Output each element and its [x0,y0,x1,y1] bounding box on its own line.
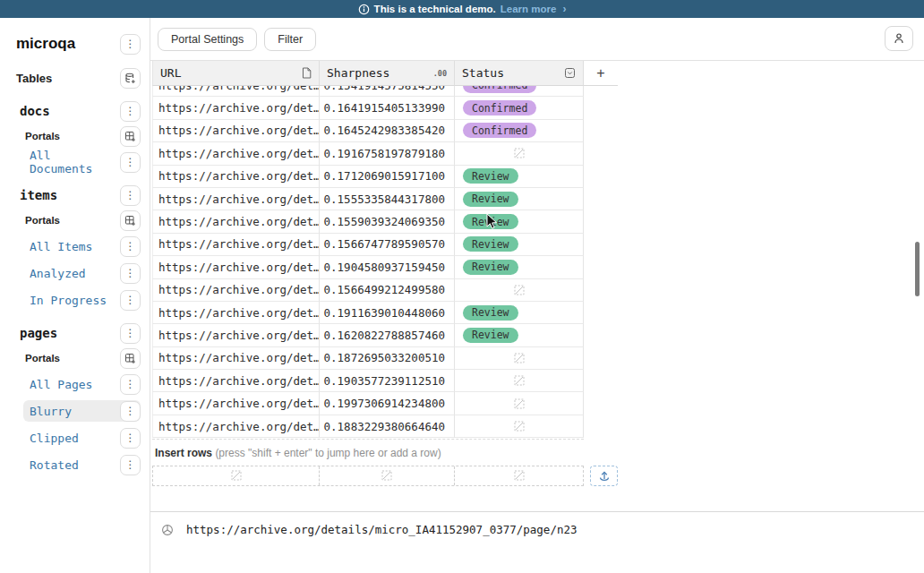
sharpness-cell[interactable]: 0.1903577239112510 [320,370,455,392]
table-menu-button[interactable]: ⋮ [120,323,141,344]
sharpness-cell[interactable]: 0.1645242983385420 [320,120,455,142]
url-cell[interactable]: https://archive.org/det… [152,302,320,324]
status-badge[interactable]: Confirmed [463,86,536,93]
sharpness-cell[interactable]: 0.1559039324069350 [320,210,455,233]
url-cell[interactable]: https://archive.org/det… [152,142,320,165]
insert-cell-sharpness[interactable] [320,466,455,485]
sidebar-portal-rotated[interactable]: Rotated ⋮ [23,454,141,475]
sidebar-table-pages[interactable]: pages ⋮ [20,322,141,344]
add-portal-button[interactable] [120,348,141,369]
portal-settings-button[interactable]: Portal Settings [158,28,257,51]
insert-row-cells[interactable] [152,466,584,486]
detail-url-value[interactable]: https://archive.org/details/micro_IA4115… [186,523,578,536]
sharpness-cell[interactable]: 0.1883229380664640 [320,415,455,438]
url-cell[interactable]: https://archive.org/det… [152,166,320,188]
table-row[interactable]: https://archive.org/det… 0.1566747789590… [152,234,924,256]
portal-menu-button[interactable]: ⋮ [120,455,141,475]
status-cell[interactable]: Review [455,302,584,324]
sharpness-cell[interactable]: 0.1997306914234800 [320,392,455,415]
status-cell[interactable]: Review [455,324,584,346]
status-cell[interactable]: Review [455,234,584,256]
table-row[interactable]: https://archive.org/det… 0.1555335844317… [152,188,924,210]
sharpness-cell[interactable]: 0.1904580937159450 [320,256,455,278]
sidebar-portal-clipped[interactable]: Clipped ⋮ [23,427,141,449]
status-badge[interactable]: Review [463,305,518,321]
filter-button[interactable]: Filter [264,28,316,51]
url-cell[interactable]: https://archive.org/det… [152,210,320,233]
table-menu-button[interactable]: ⋮ [120,185,141,206]
sidebar-portal-analyzed[interactable]: Analyzed ⋮ [23,262,141,284]
portal-menu-button[interactable]: ⋮ [120,236,141,257]
upload-rows-button[interactable] [590,466,618,486]
url-cell[interactable]: https://archive.org/det… [152,347,320,370]
table-row[interactable]: https://archive.org/det… 0.1903577239112… [152,370,924,392]
status-cell[interactable] [455,142,584,165]
insert-cell-url[interactable] [153,466,320,485]
sidebar-table-items[interactable]: items ⋮ [20,184,141,206]
add-column-button[interactable]: + [584,61,618,86]
account-button[interactable] [885,26,913,51]
column-header-status[interactable]: Status [455,61,584,86]
sharpness-cell[interactable]: 0.1555335844317800 [320,188,455,210]
status-badge[interactable]: Review [463,236,518,252]
status-cell[interactable]: Confirmed [455,86,584,97]
sharpness-cell[interactable]: 0.1541914575814550 [320,86,455,97]
vertical-scrollbar[interactable] [915,242,920,296]
sharpness-cell[interactable]: 0.1916758197879180 [320,142,455,165]
sidebar-portal-in-progress[interactable]: In Progress ⋮ [23,289,141,311]
sidebar-portal-all-items[interactable]: All Items ⋮ [23,235,141,257]
table-row[interactable]: https://archive.org/det… 0.1645242983385… [152,120,924,142]
portal-menu-button[interactable]: ⋮ [120,401,141,422]
sharpness-cell[interactable]: 0.1712069015917100 [320,166,455,188]
status-badge[interactable]: Confirmed [463,123,536,138]
table-row[interactable]: https://archive.org/det… 0.1916758197879… [152,142,924,165]
url-cell[interactable]: https://archive.org/det… [152,234,320,256]
add-portal-button[interactable] [120,126,141,147]
table-row[interactable]: https://archive.org/det… 0.1911639010448… [152,302,924,324]
url-cell[interactable]: https://archive.org/det… [152,324,320,346]
table-row[interactable]: https://archive.org/det… 0.1541914575814… [152,86,924,97]
portal-menu-button[interactable]: ⋮ [120,374,141,395]
status-badge[interactable]: Review [463,260,518,275]
table-row[interactable]: https://archive.org/det… 0.1904580937159… [152,256,924,278]
status-cell[interactable]: Review [455,166,584,188]
sidebar-portal-blurry[interactable]: Blurry ⋮ [23,400,141,422]
table-row[interactable]: https://archive.org/det… 0.1620822788857… [152,324,924,346]
sharpness-cell[interactable]: 0.1566747789590570 [320,234,455,256]
status-badge[interactable]: Confirmed [463,100,536,115]
status-cell[interactable]: Review [455,210,584,233]
table-row[interactable]: https://archive.org/det… 0.1872695033200… [152,347,924,370]
table-row[interactable]: https://archive.org/det… 0.1559039324069… [152,210,924,233]
url-cell[interactable]: https://archive.org/det… [152,392,320,415]
add-table-button[interactable] [120,68,141,89]
url-cell[interactable]: https://archive.org/det… [152,86,320,97]
column-header-sharpness[interactable]: Sharpness .00 [320,61,455,86]
table-row[interactable]: https://archive.org/det… 0.1641915405133… [152,97,924,119]
table-menu-button[interactable]: ⋮ [120,101,141,122]
status-cell[interactable]: Review [455,188,584,210]
portal-menu-button[interactable]: ⋮ [120,263,141,284]
status-cell[interactable] [455,347,584,370]
status-cell[interactable] [455,392,584,415]
sharpness-cell[interactable]: 0.1620822788857460 [320,324,455,346]
url-cell[interactable]: https://archive.org/det… [152,370,320,392]
learn-more-link[interactable]: Learn more [500,4,557,14]
table-row[interactable]: https://archive.org/det… 0.1997306914234… [152,392,924,415]
sharpness-cell[interactable]: 0.1911639010448060 [320,302,455,324]
workspace-menu-button[interactable]: ⋮ [120,34,141,55]
url-cell[interactable]: https://archive.org/det… [152,188,320,210]
status-cell[interactable]: Confirmed [455,120,584,142]
url-cell[interactable]: https://archive.org/det… [152,415,320,438]
status-cell[interactable] [455,415,584,438]
sharpness-cell[interactable]: 0.1566499212499580 [320,279,455,302]
portal-menu-button[interactable]: ⋮ [120,152,141,173]
url-cell[interactable]: https://archive.org/det… [152,120,320,142]
table-row[interactable]: https://archive.org/det… 0.1883229380664… [152,415,924,438]
table-row[interactable]: https://archive.org/det… 0.1566499212499… [152,279,924,302]
status-badge[interactable]: Review [463,214,518,229]
status-cell[interactable] [455,370,584,392]
insert-cell-status[interactable] [455,466,583,485]
sidebar-table-docs[interactable]: docs ⋮ [20,100,141,122]
portal-menu-button[interactable]: ⋮ [120,290,141,311]
table-row[interactable]: https://archive.org/det… 0.1712069015917… [152,166,924,188]
